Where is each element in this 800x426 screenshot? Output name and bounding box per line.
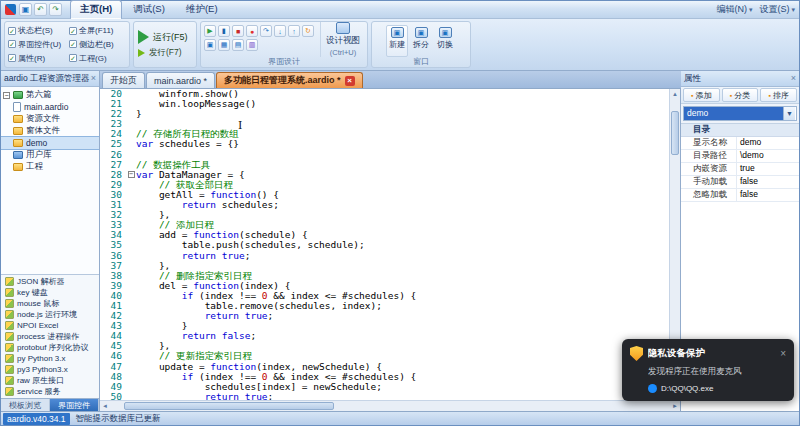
library-item[interactable]: service 服务	[1, 386, 99, 397]
code-line[interactable]: 23	[100, 119, 669, 129]
expander-icon[interactable]: −	[3, 92, 10, 99]
code-line[interactable]: 45 },	[100, 341, 669, 351]
code-line[interactable]: 46 // 更新指定索引日程	[100, 351, 669, 361]
document-tab[interactable]: 多功能日程管理系统.aardio *×	[216, 72, 363, 88]
code-editor[interactable]: 20 winform.show()21 win.loopMessage()22}…	[100, 89, 681, 411]
code-view-icon[interactable]: ▥	[246, 39, 258, 51]
code-line[interactable]: 33 // 添加日程	[100, 220, 669, 230]
library-item[interactable]: py3 Python3.x	[1, 364, 99, 375]
code-line[interactable]: 36 return true;	[100, 251, 669, 261]
code-line[interactable]: 41 table.remove(schedules, index);	[100, 301, 669, 311]
close-icon[interactable]: ×	[91, 74, 96, 83]
titlebar-menu[interactable]: 设置(S)▾	[759, 3, 795, 16]
library-item[interactable]: key 键盘	[1, 287, 99, 298]
code-line[interactable]: 31 return schedules;	[100, 200, 669, 210]
tree-item[interactable]: main.aardio	[1, 101, 99, 113]
window-button[interactable]: ▣拆分	[410, 25, 432, 57]
document-tab[interactable]: main.aardio *	[146, 72, 215, 88]
library-item[interactable]: JSON 解析器	[1, 276, 99, 287]
menu-tab[interactable]: 维护(E)	[176, 0, 228, 19]
grid-view-icon[interactable]: ▦	[218, 39, 230, 51]
view-toggle[interactable]: ✓全屏(F11)	[69, 24, 126, 38]
library-item[interactable]: raw 原生接口	[1, 375, 99, 386]
menu-tab[interactable]: 主页(H)	[70, 0, 122, 19]
publish-button[interactable]: 发行(F7)	[138, 47, 192, 59]
chevron-down-icon[interactable]: ▼	[783, 107, 795, 120]
run-button[interactable]: 运行(F5)	[138, 30, 192, 44]
code-line[interactable]: 32 },	[100, 210, 669, 220]
property-row[interactable]: 显示名称demo	[681, 137, 799, 150]
code-line[interactable]: 37 },	[100, 261, 669, 271]
props-toolbar-button[interactable]: ▪排序	[760, 88, 797, 102]
redo-icon[interactable]: ↷	[49, 3, 62, 16]
library-item[interactable]: mouse 鼠标	[1, 298, 99, 309]
code-line[interactable]: 44 return false;	[100, 331, 669, 341]
code-line[interactable]: 39 del = function(index) {	[100, 281, 669, 291]
window-button[interactable]: ▣切换	[434, 25, 456, 57]
code-line[interactable]: 29 // 获取全部日程	[100, 180, 669, 190]
library-item[interactable]: protobuf 序列化协议	[1, 342, 99, 353]
close-icon[interactable]: ×	[791, 74, 796, 83]
scroll-up-icon[interactable]: ▲	[670, 89, 680, 99]
property-row[interactable]: 忽略加载false	[681, 189, 799, 202]
tree-item[interactable]: 用户库	[1, 149, 99, 161]
code-line[interactable]: 47 update = function(index, newSchedule)…	[100, 362, 669, 372]
horizontal-scroll-thumb[interactable]	[124, 402, 334, 410]
step-into-icon[interactable]: ↓	[274, 25, 286, 37]
view-toggle[interactable]: ✓状态栏(S)	[8, 24, 65, 38]
code-line[interactable]: 28−var DataManager = {	[100, 170, 669, 180]
code-line[interactable]: 25var schedules = {}	[100, 139, 669, 149]
code-line[interactable]: 20 winform.show()	[100, 89, 669, 99]
window-button[interactable]: ▣新建	[386, 25, 408, 57]
view-toggle[interactable]: ✓工程(G)	[69, 51, 126, 65]
code-line[interactable]: 24// 存储所有日程的数组	[100, 129, 669, 139]
undo-icon[interactable]: ↶	[34, 3, 47, 16]
code-line[interactable]: 43 }	[100, 321, 669, 331]
debug-stop-icon[interactable]: ■	[232, 25, 244, 37]
breakpoint-icon[interactable]: ●	[246, 25, 258, 37]
code-line[interactable]: 27// 数据操作工具	[100, 160, 669, 170]
code-line[interactable]: 21 win.loopMessage()	[100, 99, 669, 109]
library-item[interactable]: node.js 运行环境	[1, 309, 99, 320]
tree-item[interactable]: demo	[1, 137, 99, 149]
tree-item[interactable]: 资源文件	[1, 113, 99, 125]
layout-icon[interactable]: ▤	[232, 39, 244, 51]
tree-item[interactable]: −第六篇	[1, 89, 99, 101]
step-over-icon[interactable]: ↷	[260, 25, 272, 37]
close-icon[interactable]: ×	[345, 76, 355, 86]
fold-marker-icon[interactable]: −	[128, 171, 135, 178]
close-icon[interactable]: ×	[780, 348, 786, 359]
version-link[interactable]: aardio.v40.34.1	[3, 413, 70, 425]
code-line[interactable]: 48 if (index !== 0 && index <= #schedule…	[100, 372, 669, 382]
code-line[interactable]: 38 // 删除指定索引日程	[100, 271, 669, 281]
library-item[interactable]: NPOI Excel	[1, 320, 99, 331]
horizontal-scrollbar[interactable]: ◄ ►	[100, 400, 680, 411]
code-line[interactable]: 50 return true;	[100, 392, 669, 400]
view-toggle[interactable]: ✓侧边栏(B)	[69, 38, 126, 52]
refresh-icon[interactable]: ↻	[302, 25, 314, 37]
object-selector[interactable]: demo ▼	[683, 106, 797, 121]
props-toolbar-button[interactable]: ▪分类	[722, 88, 759, 102]
property-row[interactable]: 目录路径\demo	[681, 150, 799, 163]
menu-tab[interactable]: 调试(S)	[123, 0, 175, 19]
save-icon[interactable]: ▣	[19, 3, 32, 16]
code-line[interactable]: 42 return true;	[100, 311, 669, 321]
titlebar-menu[interactable]: 编辑(N)▾	[716, 3, 752, 16]
code-line[interactable]: 40 if (index !== 0 && index <= #schedule…	[100, 291, 669, 301]
code-line[interactable]: 49 schedules[index] = newSchedule;	[100, 382, 669, 392]
library-item[interactable]: process 进程操作	[1, 331, 99, 342]
debug-pause-icon[interactable]: ▮	[218, 25, 230, 37]
tree-item[interactable]: 工程	[1, 161, 99, 173]
code-line[interactable]: 26	[100, 150, 669, 160]
code-line[interactable]: 30 getAll = function() {	[100, 190, 669, 200]
code-line[interactable]: 35 table.push(schedules, schedule);	[100, 240, 669, 250]
code-line[interactable]: 22}	[100, 109, 669, 119]
sidebar-tab[interactable]: 界面控件	[50, 399, 99, 411]
library-item[interactable]: py Python 3.x	[1, 353, 99, 364]
property-group-header[interactable]: 目录	[681, 124, 799, 137]
form-design-icon[interactable]: ▣	[204, 39, 216, 51]
view-toggle[interactable]: ✓界面控件(U)	[8, 38, 65, 52]
debug-run-icon[interactable]: ▶	[204, 25, 216, 37]
view-toggle[interactable]: ✓属性(R)	[8, 51, 65, 65]
sidebar-tab[interactable]: 模板浏览	[1, 399, 50, 411]
